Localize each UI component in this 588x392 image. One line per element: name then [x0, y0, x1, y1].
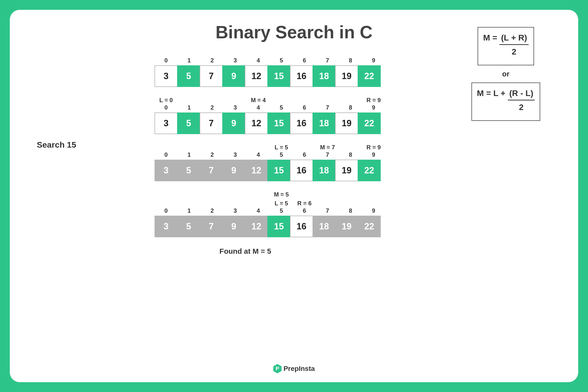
- array-index: 4: [247, 57, 270, 64]
- pointer-label: R = 6: [293, 200, 316, 207]
- pointer-label: [247, 144, 270, 151]
- array-cell: 16: [290, 160, 313, 181]
- pointer-label: M = 5: [270, 191, 293, 198]
- array-index: 9: [362, 104, 385, 111]
- array-index: 8: [339, 151, 362, 158]
- formula-1: M = (L + R)2: [478, 27, 534, 65]
- pointer-label: [316, 200, 339, 207]
- array-index: 9: [362, 151, 385, 158]
- array-cell: 18: [313, 65, 336, 87]
- array-index: 1: [178, 57, 201, 64]
- pointer-label: [155, 191, 178, 198]
- array-cell: 19: [335, 65, 358, 87]
- array-cell: 3: [155, 216, 178, 237]
- pointer-label: [362, 200, 385, 207]
- array-cell: 3: [155, 65, 178, 87]
- array-cell: 18: [313, 216, 336, 237]
- array-index: 2: [201, 57, 224, 64]
- brand-name: PrepInsta: [284, 365, 315, 372]
- formula-panel: M = (L + R)2 or M = L + (R - L)2: [460, 27, 551, 121]
- array-index: 7: [316, 104, 339, 111]
- pointer-label: [155, 144, 178, 151]
- array-steps: 01234567893579121516181922L = 0M = 4R = …: [155, 57, 400, 256]
- array-cell: 7: [200, 112, 223, 134]
- pointer-label: [224, 144, 247, 151]
- array-cell: 7: [200, 160, 223, 181]
- formula-1-denominator: 2: [499, 46, 528, 58]
- array-cell: 7: [200, 216, 223, 237]
- array-cell: 9: [222, 160, 245, 181]
- hexagon-icon: P: [273, 364, 282, 373]
- array-index: 3: [224, 207, 247, 214]
- array-step: M = 5L = 5R = 60123456789357912151618192…: [155, 191, 400, 237]
- array-index: 2: [201, 104, 224, 111]
- array-index: 6: [293, 207, 316, 214]
- pointer-label: R = 9: [362, 144, 385, 151]
- array-index: 6: [293, 104, 316, 111]
- array-index: 8: [339, 104, 362, 111]
- array-index: 0: [155, 57, 178, 64]
- pointer-label: M = 4: [247, 97, 270, 104]
- search-target-label: Search 15: [37, 140, 76, 150]
- array-cell: 9: [222, 112, 245, 134]
- array-cell: 22: [358, 160, 381, 181]
- pointer-label: [178, 200, 201, 207]
- array-cell: 12: [245, 65, 268, 87]
- array-index: 2: [201, 151, 224, 158]
- array-cell: 5: [177, 160, 200, 181]
- array-index: 7: [316, 207, 339, 214]
- pointer-label: [224, 97, 247, 104]
- pointer-label: [224, 191, 247, 198]
- array-cell: 15: [267, 160, 290, 181]
- array-cell: 22: [358, 65, 381, 87]
- array-cell: 22: [358, 216, 381, 237]
- array-index: 1: [178, 207, 201, 214]
- array-cell: 15: [267, 65, 290, 87]
- pointer-label: [316, 97, 339, 104]
- array-index: 4: [247, 207, 270, 214]
- pointer-label: [316, 191, 339, 198]
- array-cell: 18: [313, 160, 336, 181]
- formula-1-lhs: M =: [483, 33, 499, 42]
- array-cell: 3: [155, 112, 178, 134]
- array-cell: 7: [200, 65, 223, 87]
- pointer-label: [293, 191, 316, 198]
- pointer-label: [178, 144, 201, 151]
- array-cell: 12: [245, 112, 268, 134]
- formula-2-lhs: M = L +: [477, 88, 508, 98]
- array-step: 01234567893579121516181922: [155, 57, 400, 87]
- array-cell: 19: [335, 160, 358, 181]
- array-index: 3: [224, 104, 247, 111]
- array-index: 5: [270, 104, 293, 111]
- pointer-label: [247, 200, 270, 207]
- pointer-label: [201, 144, 224, 151]
- array-index: 0: [155, 207, 178, 214]
- array-index: 8: [339, 57, 362, 64]
- brand-logo: P PrepInsta: [273, 364, 315, 373]
- array-cell: 19: [335, 216, 358, 237]
- pointer-label: [293, 97, 316, 104]
- array-index: 3: [224, 151, 247, 158]
- array-cell: 19: [335, 112, 358, 134]
- array-index: 8: [339, 207, 362, 214]
- pointer-label: [201, 97, 224, 104]
- array-index: 5: [270, 151, 293, 158]
- formula-2: M = L + (R - L)2: [471, 82, 540, 121]
- array-index: 3: [224, 57, 247, 64]
- pointer-label: [339, 200, 362, 207]
- array-index: 5: [270, 57, 293, 64]
- array-index: 5: [270, 207, 293, 214]
- array-step: L = 5M = 7R = 90123456789357912151618192…: [155, 144, 400, 181]
- array-cell: 5: [177, 65, 200, 87]
- found-label: Found at M = 5: [91, 247, 400, 256]
- array-index: 1: [178, 151, 201, 158]
- pointer-label: [201, 191, 224, 198]
- pointer-label: R = 9: [362, 97, 385, 104]
- array-cell: 9: [222, 65, 245, 87]
- array-cell: 3: [155, 160, 178, 181]
- formula-2-denominator: 2: [508, 102, 535, 113]
- array-cell: 12: [245, 216, 268, 237]
- pointer-label: [201, 200, 224, 207]
- pointer-label: [339, 97, 362, 104]
- array-index: 6: [293, 151, 316, 158]
